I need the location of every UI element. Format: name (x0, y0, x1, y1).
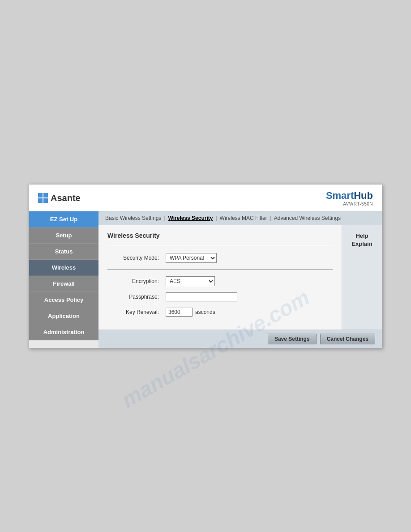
cancel-changes-button[interactable]: Cancel Changes (320, 334, 375, 344)
logo-text: Asante (51, 193, 81, 203)
passphrase-row: Passphrase: (107, 292, 333, 301)
tab-wireless-mac-filter[interactable]: Wireless MAC Filter (220, 215, 267, 221)
brand-model: AVWRT-550N (326, 202, 373, 206)
form-area: Wireless Security Security Mode: WPA Per… (98, 225, 342, 330)
security-mode-row: Security Mode: WPA Personal WPA2 Persona… (107, 253, 333, 263)
sep-3: | (270, 215, 271, 221)
section-title: Wireless Security (107, 232, 333, 239)
seconds-label: asconds (195, 309, 215, 315)
svg-rect-1 (43, 193, 48, 197)
sidebar-item-setup[interactable]: Setup (29, 227, 98, 244)
tab-nav: Basic Wireless Settings | Wireless Secur… (98, 211, 382, 225)
help-panel: Help Explain (342, 225, 382, 330)
main-layout: EZ Set Up Setup Status Wireless Firewall… (29, 211, 382, 348)
sidebar-item-wireless[interactable]: Wireless (29, 260, 98, 276)
svg-rect-3 (43, 198, 48, 203)
sidebar-item-firewall[interactable]: Firewall (29, 276, 98, 292)
sep-2: | (215, 215, 217, 221)
passphrase-input[interactable] (166, 292, 237, 301)
sidebar-item-ez-setup[interactable]: EZ Set Up (29, 211, 98, 227)
help-subtitle: Explain (347, 240, 377, 248)
encryption-row: Encryption: AES TKIP TKIP+AES (107, 276, 333, 286)
tab-wireless-security[interactable]: Wireless Security (168, 215, 213, 221)
security-mode-select[interactable]: WPA Personal WPA2 Personal WEP Disabled (166, 253, 217, 263)
sidebar: EZ Set Up Setup Status Wireless Firewall… (29, 211, 98, 348)
tab-basic-wireless[interactable]: Basic Wireless Settings (105, 215, 161, 221)
key-renewal-input[interactable] (166, 308, 193, 317)
passphrase-label: Passphrase: (107, 294, 166, 300)
sep-1: | (164, 215, 165, 221)
brand-smart: Smart (326, 190, 354, 201)
save-settings-button[interactable]: Save Settings (268, 334, 317, 344)
content-panel: Wireless Security Security Mode: WPA Per… (98, 225, 382, 330)
svg-rect-0 (38, 193, 43, 197)
security-mode-label: Security Mode: (107, 255, 166, 261)
encryption-label: Encryption: (107, 278, 166, 284)
encryption-select[interactable]: AES TKIP TKIP+AES (166, 276, 215, 286)
help-title: Help (347, 232, 377, 240)
sidebar-item-access-policy[interactable]: Access Policy (29, 292, 98, 308)
sidebar-item-administration[interactable]: Administration (29, 324, 98, 340)
form-divider (107, 246, 333, 246)
brand-name: SmartHub (326, 190, 373, 202)
sidebar-item-status[interactable]: Status (29, 244, 98, 260)
logo-area: Asante (38, 193, 81, 203)
header: Asante SmartHub AVWRT-550N (29, 184, 382, 211)
key-renewal-row: Key Renewal: asconds (107, 308, 333, 317)
svg-rect-2 (38, 198, 43, 203)
key-renewal-label: Key Renewal: (107, 309, 166, 315)
bottom-bar: Save Settings Cancel Changes (98, 330, 382, 348)
sidebar-item-application[interactable]: Application (29, 308, 98, 324)
brand-right: SmartHub AVWRT-550N (326, 190, 373, 206)
form-divider-2 (107, 269, 333, 270)
tab-advanced-wireless[interactable]: Advanced Wireless Settings (274, 215, 341, 221)
asante-logo-icon (38, 193, 48, 203)
content-area: Basic Wireless Settings | Wireless Secur… (98, 211, 382, 348)
brand-hub: Hub (354, 190, 373, 201)
